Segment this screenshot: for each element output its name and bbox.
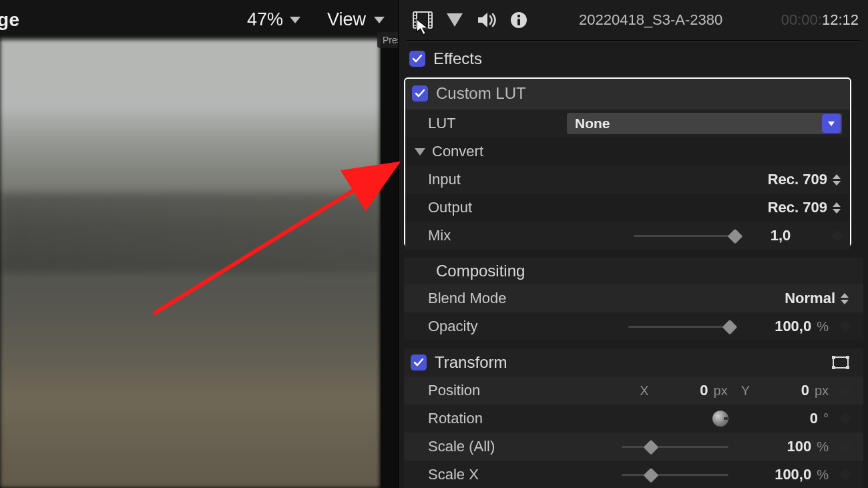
x-axis-label: X bbox=[640, 383, 648, 399]
effects-checkbox[interactable] bbox=[409, 51, 425, 67]
custom-lut-checkbox[interactable] bbox=[412, 85, 428, 101]
effects-section-header[interactable]: Effects bbox=[409, 49, 482, 68]
lut-select[interactable]: None bbox=[567, 113, 842, 134]
keyframe-icon[interactable] bbox=[839, 468, 852, 481]
lut-value: None bbox=[575, 115, 610, 132]
scale-all-value-control[interactable]: 100 % bbox=[728, 438, 829, 455]
compositing-label: Compositing bbox=[436, 262, 525, 280]
output-value-control[interactable]: Rec. 709 bbox=[768, 199, 842, 216]
mix-value[interactable]: 1,0 bbox=[740, 227, 821, 244]
rotation-unit: ° bbox=[823, 411, 829, 427]
rotation-row: Rotation 0 ° bbox=[404, 405, 863, 433]
scale-all-unit: % bbox=[817, 439, 829, 455]
keyframe-icon[interactable] bbox=[839, 412, 852, 425]
position-y-value: 0 bbox=[801, 382, 809, 399]
svg-rect-21 bbox=[832, 366, 835, 369]
slider-knob-icon[interactable] bbox=[728, 229, 743, 244]
lut-label: LUT bbox=[428, 115, 541, 132]
svg-marker-11 bbox=[447, 13, 463, 27]
position-x-control[interactable]: 0 px bbox=[654, 382, 728, 399]
video-inspector-icon[interactable] bbox=[412, 9, 433, 31]
mix-label: Mix bbox=[428, 227, 541, 244]
svg-rect-18 bbox=[833, 357, 848, 368]
rotation-value-control[interactable]: 0 ° bbox=[728, 410, 829, 427]
transform-header[interactable]: Transform bbox=[404, 348, 863, 377]
mix-slider[interactable] bbox=[634, 229, 740, 242]
info-inspector-icon[interactable] bbox=[508, 9, 529, 31]
opacity-value-control[interactable]: 100,0 % bbox=[735, 318, 829, 335]
keyframe-icon[interactable] bbox=[839, 384, 852, 397]
stepper-icon[interactable] bbox=[833, 200, 842, 215]
opacity-label: Opacity bbox=[428, 318, 575, 335]
blend-mode-control[interactable]: Normal bbox=[785, 290, 850, 307]
blend-mode-row: Blend Mode Normal bbox=[404, 284, 863, 312]
slider-knob-icon[interactable] bbox=[644, 440, 659, 455]
input-label: Input bbox=[428, 171, 541, 188]
position-row: Position X 0 px Y 0 px bbox=[404, 377, 863, 405]
position-y-control[interactable]: 0 px bbox=[755, 382, 829, 399]
opacity-value: 100,0 bbox=[775, 318, 811, 335]
slider-knob-icon[interactable] bbox=[644, 468, 659, 483]
blend-mode-label: Blend Mode bbox=[428, 290, 575, 307]
custom-lut-effect[interactable]: Custom LUT LUT None Convert Input Rec. 7… bbox=[404, 77, 851, 247]
custom-lut-header[interactable]: Custom LUT bbox=[405, 79, 850, 109]
svg-rect-15 bbox=[517, 19, 520, 25]
position-x-unit: px bbox=[714, 383, 728, 399]
dropdown-icon bbox=[822, 114, 841, 133]
onscreen-control-icon[interactable] bbox=[831, 355, 850, 370]
panel-divider[interactable] bbox=[381, 39, 398, 488]
audio-inspector-icon[interactable] bbox=[476, 9, 497, 31]
scale-x-value: 100,0 bbox=[775, 466, 811, 483]
timecode-dim: 00:00: bbox=[781, 11, 822, 28]
scale-x-unit: % bbox=[817, 467, 829, 483]
stepper-icon[interactable] bbox=[841, 291, 850, 306]
y-axis-label: Y bbox=[741, 383, 750, 399]
viewer-toolbar: ge 47% View bbox=[0, 0, 398, 39]
opacity-unit: % bbox=[817, 319, 829, 334]
viewer-title: ge bbox=[0, 9, 19, 31]
custom-lut-label: Custom LUT bbox=[436, 84, 526, 103]
timecode: 00:00:12:12 bbox=[781, 11, 859, 29]
blend-mode-value: Normal bbox=[785, 290, 835, 307]
clip-name: 20220418_S3-A-2380 bbox=[579, 11, 722, 29]
scale-x-slider[interactable] bbox=[622, 468, 728, 481]
transform-section: Transform Position X 0 px Y 0 px bbox=[404, 348, 863, 488]
svg-point-14 bbox=[517, 15, 520, 17]
stepper-icon[interactable] bbox=[833, 172, 842, 187]
view-menu[interactable]: View bbox=[327, 9, 385, 30]
scale-all-value: 100 bbox=[787, 438, 811, 455]
viewer-canvas[interactable] bbox=[0, 39, 381, 488]
chevron-down-icon bbox=[374, 17, 385, 23]
output-label: Output bbox=[428, 199, 541, 216]
transform-checkbox[interactable] bbox=[411, 354, 427, 371]
effects-label: Effects bbox=[433, 49, 482, 68]
keyframe-icon[interactable] bbox=[839, 320, 852, 333]
chevron-down-icon bbox=[290, 17, 300, 23]
keyframe-icon[interactable] bbox=[831, 229, 844, 242]
inspector-topbar: 20220418_S3-A-2380 00:00:12:12 bbox=[399, 0, 868, 40]
scale-all-label: Scale (All) bbox=[428, 438, 548, 455]
scale-all-slider[interactable] bbox=[622, 440, 728, 453]
zoom-value: 47% bbox=[247, 9, 283, 30]
convert-disclosure-row[interactable]: Convert bbox=[405, 138, 850, 166]
slider-knob-icon[interactable] bbox=[722, 320, 738, 335]
keyframe-icon[interactable] bbox=[839, 440, 852, 453]
rotation-dial[interactable] bbox=[712, 411, 728, 427]
disclosure-triangle-icon[interactable] bbox=[415, 148, 425, 156]
color-inspector-icon[interactable] bbox=[444, 9, 465, 31]
rotation-value: 0 bbox=[810, 410, 818, 427]
compositing-header[interactable]: Compositing bbox=[404, 258, 863, 284]
svg-marker-12 bbox=[478, 13, 487, 27]
input-value-control[interactable]: Rec. 709 bbox=[768, 171, 842, 188]
scale-x-value-control[interactable]: 100,0 % bbox=[728, 466, 829, 483]
position-label: Position bbox=[428, 382, 548, 399]
mix-row: Mix 1,0 bbox=[405, 222, 850, 250]
position-y-unit: px bbox=[815, 383, 829, 399]
zoom-menu[interactable]: 47% bbox=[247, 9, 300, 30]
svg-rect-22 bbox=[846, 366, 849, 369]
svg-marker-17 bbox=[828, 121, 835, 126]
opacity-slider[interactable] bbox=[628, 320, 735, 333]
svg-rect-19 bbox=[832, 356, 835, 359]
input-value: Rec. 709 bbox=[768, 171, 827, 188]
inspector-panel: 20220418_S3-A-2380 00:00:12:12 Effects C… bbox=[398, 0, 868, 488]
